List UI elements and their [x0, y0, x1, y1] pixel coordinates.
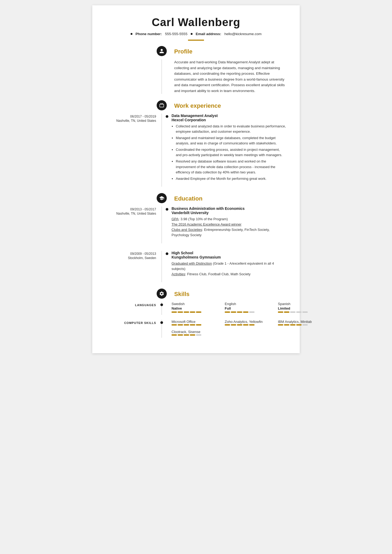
computer-skills-label-col: COMPUTER SKILLS	[106, 320, 161, 338]
bar	[237, 311, 242, 313]
work-date-col: 06/2017 - 05/2019 Nashville, TN, United …	[106, 114, 161, 187]
clootrack-bars	[172, 334, 219, 336]
bar	[196, 334, 201, 336]
computer-skills-content: Microsoft Office Zoho Analytics, Yellowf…	[161, 320, 328, 338]
edu-bullet-1	[166, 208, 168, 211]
email-value: hello@kickresume.com	[224, 32, 262, 36]
work-header-left	[106, 101, 161, 109]
edu-date-1: 09/2013 - 05/2017	[106, 207, 156, 212]
languages-category: LANGUAGES	[135, 303, 156, 307]
header: Carl Wallenberg Phone number: 555-555-55…	[106, 16, 286, 41]
bar	[196, 324, 201, 326]
swedish-bars	[172, 311, 219, 313]
languages-label-col: LANGUAGES	[106, 302, 161, 315]
bar	[190, 334, 195, 336]
bar	[178, 334, 183, 336]
skills-header-left	[106, 290, 161, 298]
edu-body-1: GPA: 3.98 (Top 10% of the Program) The 2…	[172, 216, 286, 238]
edu-entry-content-2: High School Kungsholmens Gymnasium Gradu…	[167, 251, 286, 277]
swedish-level: Native	[172, 306, 219, 310]
work-entry-1: 06/2017 - 05/2019 Nashville, TN, United …	[106, 114, 286, 187]
skills-header-right: Skills	[161, 290, 286, 298]
zoho-bars	[225, 324, 273, 326]
work-entry-content: Data Management Analyst Hexcel Corporati…	[167, 114, 286, 181]
bar	[231, 311, 236, 313]
profile-section-header: Profile	[106, 47, 286, 55]
work-bullet	[166, 115, 168, 118]
resume-document: Carl Wallenberg Phone number: 555-555-55…	[92, 5, 300, 353]
bar	[302, 311, 308, 313]
edu-org-2: Kungsholmens Gymnasium	[172, 255, 286, 259]
bar	[190, 324, 195, 326]
bar	[278, 324, 283, 326]
bar	[237, 324, 242, 326]
award-text: The 2016 Academic Excellence Award winne…	[172, 222, 241, 226]
skill-ibm: IBM Analytics, Minitab	[278, 320, 326, 326]
bar	[278, 311, 283, 313]
bar	[296, 324, 302, 326]
profile-section-title: Profile	[174, 47, 286, 55]
contact-line: Phone number: 555-555-5555 Email address…	[106, 32, 286, 36]
bar	[172, 324, 177, 326]
bar	[290, 324, 295, 326]
bullet-dot-1	[131, 33, 132, 35]
work-header-right: Work experience	[161, 101, 286, 109]
languages-bullet	[160, 303, 163, 306]
edu-bullet-2	[166, 252, 168, 255]
english-level: Full	[225, 306, 273, 310]
gpa-value: 3.98 (Top 10% of the Program)	[181, 217, 228, 221]
education-section-title: Education	[174, 194, 286, 202]
bar	[184, 311, 189, 313]
bar	[302, 324, 308, 326]
profile-icon	[157, 46, 167, 56]
bar	[243, 311, 248, 313]
skills-section-title: Skills	[174, 290, 286, 298]
work-org: Hexcel Corporation	[172, 118, 286, 122]
bar	[172, 311, 177, 313]
header-divider	[188, 40, 204, 41]
skill-clootrack: Clootrack, Sisense	[172, 330, 219, 336]
spanish-name: Spanish	[278, 302, 326, 306]
ms-office-name: Microsoft Office	[172, 320, 219, 324]
work-date: 06/2017 - 05/2019	[106, 114, 156, 119]
edu-location-1: Nashville, TN, United States	[106, 212, 156, 215]
languages-content: Swedish Native English Full	[161, 302, 328, 315]
bar	[243, 324, 248, 326]
activities-label: Activities	[172, 272, 185, 276]
grad-label: Graduated with Distinction	[172, 261, 212, 265]
edu-entry-content-1: Business Administration with Economics V…	[167, 206, 286, 238]
zoho-name: Zoho Analytics, Yellowfin	[225, 320, 273, 324]
spanish-level: Limited	[278, 306, 326, 310]
bar	[290, 311, 295, 313]
ibm-name: IBM Analytics, Minitab	[278, 320, 326, 324]
bar	[184, 334, 189, 336]
language-english: English Full	[225, 302, 273, 313]
edu-entry-2: 09/2009 - 05/2013 Stockholm, Sweden High…	[106, 251, 286, 282]
work-title: Data Management Analyst	[172, 114, 286, 118]
bar	[284, 324, 289, 326]
work-bullet-2: Managed and maintained large databases, …	[176, 135, 286, 146]
edu-grad: Graduated with Distinction (Grade 1 - A/…	[172, 261, 286, 272]
languages-row: LANGUAGES Swedish Native	[106, 302, 286, 315]
education-section-header: Education	[106, 194, 286, 202]
work-bullets-list: Collected and analyzed data in order to …	[172, 124, 286, 181]
skills-section-header: Skills	[106, 290, 286, 298]
language-spanish: Spanish Limited	[278, 302, 326, 313]
swedish-name: Swedish	[172, 302, 219, 306]
work-section-header: Work experience	[106, 101, 286, 109]
work-icon	[157, 100, 167, 110]
work-bullet-5: Awarded Employee of the Month for perfor…	[176, 176, 286, 181]
bar	[225, 324, 230, 326]
bar	[178, 324, 183, 326]
skills-icon	[157, 289, 167, 299]
bar	[284, 311, 289, 313]
work-body: Collected and analyzed data in order to …	[172, 124, 286, 181]
gpa-label: GPA	[172, 217, 179, 221]
english-name: English	[225, 302, 273, 306]
skill-zoho: Zoho Analytics, Yellowfin	[225, 320, 273, 326]
bar	[178, 311, 183, 313]
ms-office-bars	[172, 324, 219, 326]
profile-section: Accurate and hard-working Data Managemen…	[106, 59, 286, 94]
work-bullet-1: Collected and analyzed data in order to …	[176, 124, 286, 134]
computer-skills-bullet	[160, 321, 163, 324]
